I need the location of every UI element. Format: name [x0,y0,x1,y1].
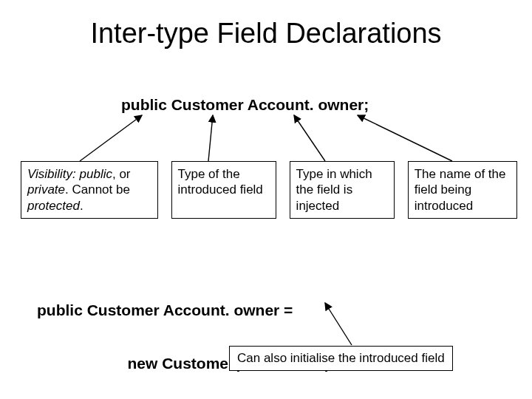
box-initialise: Can also initialise the introduced field [229,346,453,371]
t: protected [27,199,80,213]
code-declaration: public Customer Account. owner; [121,96,369,114]
slide-title: Inter-type Field Declarations [0,18,532,50]
t: Visibility: [27,167,80,181]
explanation-boxes: Visibility: public, or private. Cannot b… [21,161,517,219]
arrow-visibility [80,115,142,161]
box-inject-type: Type in which the field is injected [290,161,395,219]
t: , or [112,167,131,181]
t: public [80,167,112,181]
arrow-inject-type [294,115,325,161]
box-visibility: Visibility: public, or private. Cannot b… [21,161,158,219]
t: . Cannot be [65,183,130,197]
arrow-field-name [358,115,452,161]
t: . [80,199,83,213]
box-introduced-type: Type of the introduced field [171,161,276,219]
box-field-name: The name of the field being introduced [408,161,517,219]
t: private [27,183,65,197]
arrow-type [208,115,213,161]
code-line-2a: public Customer Account. owner = [37,301,335,319]
code-initialise: public Customer Account. owner = new Cus… [37,266,335,390]
